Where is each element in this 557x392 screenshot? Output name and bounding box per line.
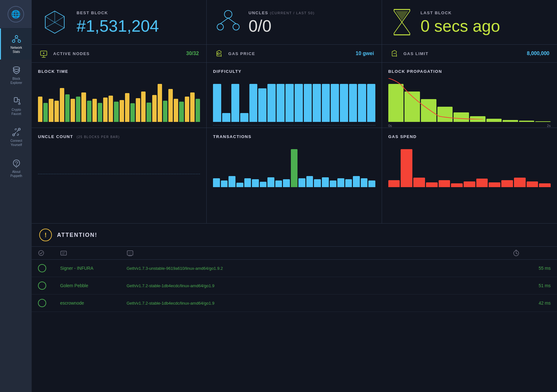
uncle-count-sub: (25 BLOCKS PER BAR) [77, 135, 120, 139]
chart-bar [38, 97, 42, 122]
chart-bar [291, 149, 298, 187]
block-prop-chart: BLOCK PROPAGATION 0s 2s [382, 63, 557, 128]
chart-bar [252, 179, 259, 187]
best-block-label: BEST BLOCK [77, 10, 159, 15]
last-block-label: LAST BLOCK [421, 10, 500, 15]
svg-point-7 [18, 103, 20, 104]
network-stats-icon [12, 34, 21, 44]
chart-bar [158, 84, 162, 122]
chart-bar [413, 178, 425, 187]
sidebar-item-connect-yourself[interactable]: ConnectYourself [0, 122, 32, 153]
gas-spending-chart: GAS SPEND [382, 128, 557, 223]
chart-bar [519, 121, 535, 122]
table-rows-container: Signer - INFURA Geth/v1.7.3-unstable-961… [32, 260, 557, 312]
chart-bar [439, 180, 450, 187]
chart-bar [501, 180, 513, 187]
difficulty-area [213, 78, 375, 123]
info-stats-row: ACTIVE NODES 30/32 GAS PRICE 10 gwei [32, 45, 557, 63]
chart-bar [337, 178, 344, 187]
svg-point-11 [224, 10, 232, 18]
chart-bar [152, 95, 157, 122]
chart-bar [260, 182, 267, 187]
chart-bar [60, 88, 64, 122]
chart-bar [349, 84, 357, 122]
chart-bar [163, 101, 167, 122]
sidebar: 🌐 NetworkStats BlockExplorer [0, 0, 32, 392]
chart-bar [125, 93, 129, 122]
chart-bar [421, 99, 436, 122]
uncle-count-chart: UNCLE COUNT (25 BLOCKS PER BAR) [32, 128, 207, 223]
chart-bar [190, 92, 195, 122]
sidebar-item-block-explorer[interactable]: BlockExplorer [0, 60, 32, 91]
block-explorer-label: BlockExplorer [10, 77, 22, 85]
chart-bar [109, 96, 113, 122]
block-explorer-icon [12, 65, 21, 75]
chart-bar [368, 180, 375, 187]
chart-bar [103, 98, 108, 122]
chart-bar [240, 113, 248, 122]
crypto-faucet-icon [12, 96, 21, 106]
sidebar-item-crypto-faucet[interactable]: CryptoFaucet [0, 91, 32, 122]
chart-bar [98, 103, 102, 122]
active-nodes-icon [39, 49, 48, 58]
chart-bar [426, 182, 438, 187]
node-latency: 55 ms [513, 266, 551, 271]
chart-bar [470, 116, 485, 122]
chart-bar [535, 121, 551, 122]
node-version: Geth/v1.7.2-stable-1db4ecdc/linux-amd64/… [127, 301, 510, 306]
gas-limit-value: 8,000,000 [527, 51, 549, 56]
sidebar-item-network-stats[interactable]: NetworkStats [0, 28, 32, 60]
chart-bar [249, 84, 258, 122]
table-row: Signer - INFURA Geth/v1.7.3-unstable-961… [32, 260, 557, 277]
chart-bar [213, 84, 221, 122]
attention-section: ! ATTENTION! [32, 224, 557, 247]
chart-bar [388, 84, 404, 122]
best-block-content: BEST BLOCK #1,531,204 [77, 10, 159, 34]
chart-bar [353, 176, 360, 187]
chart-bar [514, 178, 526, 187]
chart-bar [92, 99, 97, 122]
gas-spending-title: GAS SPEND [388, 134, 551, 139]
chart-bar [179, 102, 184, 122]
chart-bar [236, 183, 243, 187]
chart-bar [437, 107, 453, 122]
sidebar-item-about-puppeth[interactable]: AboutPuppeth [0, 153, 32, 184]
table-header [32, 247, 557, 260]
chart-bar [196, 99, 200, 122]
chart-bar [295, 84, 303, 122]
chart-bar [267, 84, 276, 122]
block-prop-bars [388, 78, 551, 123]
difficulty-title: DIFFICULTY [213, 69, 375, 74]
chart-bar [231, 84, 240, 122]
transactions-title: TRANSACTIONS [213, 134, 375, 139]
uncles-content: UNCLES (CURRENT / LAST 50) 0/0 [248, 10, 315, 34]
last-block-value: 0 secs ago [421, 18, 500, 34]
th-version-icon [127, 250, 510, 256]
active-nodes-card: ACTIVE NODES 30/32 [32, 45, 207, 62]
node-version: Geth/v1.7.3-unstable-9619a610/linux-amd6… [127, 266, 510, 271]
chart-bar [314, 179, 321, 187]
last-block-content: LAST BLOCK 0 secs ago [421, 10, 500, 34]
charts-row-2: UNCLE COUNT (25 BLOCKS PER BAR) TRANSACT… [32, 128, 557, 224]
block-prop-title: BLOCK PROPAGATION [388, 69, 551, 74]
connect-yourself-icon [12, 127, 21, 137]
gas-limit-card: GAS LIMIT 8,000,000 [382, 45, 557, 62]
crypto-faucet-label: CryptoFaucet [11, 108, 21, 116]
svg-line-4 [16, 38, 19, 40]
transactions-area [213, 143, 375, 188]
gas-limit-label: GAS LIMIT [404, 51, 522, 56]
node-name: escrownode [60, 300, 123, 306]
gas-price-card: GAS PRICE 10 gwei [207, 45, 382, 62]
chart-bar [213, 178, 220, 187]
svg-point-10 [16, 165, 17, 166]
th-latency-icon [513, 250, 551, 256]
svg-rect-26 [127, 251, 133, 255]
last-block-card: LAST BLOCK 0 secs ago [382, 0, 557, 44]
chart-bar [147, 103, 151, 122]
gas-limit-icon [390, 49, 398, 58]
block-time-title: BLOCK TIME [38, 69, 200, 74]
svg-rect-23 [61, 251, 66, 255]
table-row: escrownode Geth/v1.7.2-stable-1db4ecdc/l… [32, 294, 557, 312]
svg-point-5 [13, 67, 20, 69]
chart-bar [275, 180, 282, 187]
